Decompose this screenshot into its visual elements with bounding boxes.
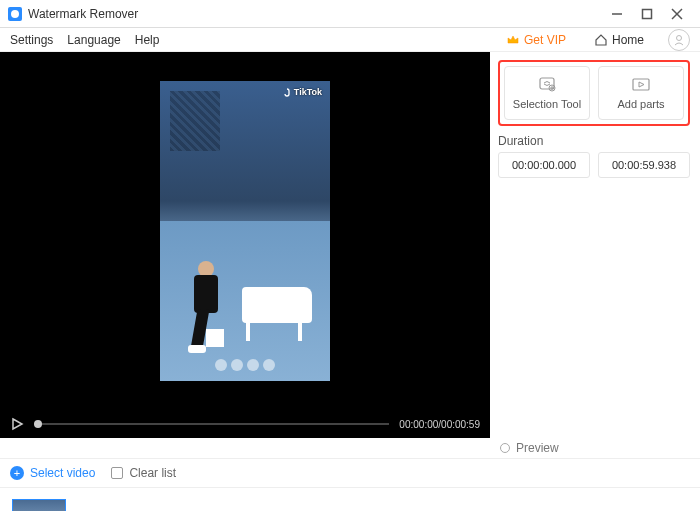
side-panel: Selection Tool Add parts Duration 00:00:… [490, 52, 700, 410]
menu-bar: Settings Language Help Get VIP Home [0, 28, 700, 52]
home-button[interactable]: Home [594, 33, 644, 47]
menu-help[interactable]: Help [135, 33, 160, 47]
select-video-label: Select video [30, 466, 95, 480]
close-button[interactable] [662, 0, 692, 28]
duration-start-input[interactable]: 00:00:00.000 [498, 152, 590, 178]
thumbnail-image [12, 499, 66, 511]
video-preview[interactable]: TikTok [0, 52, 490, 410]
user-avatar[interactable] [668, 29, 690, 51]
maximize-button[interactable] [632, 0, 662, 28]
user-icon [673, 34, 685, 46]
app-title: Watermark Remover [28, 7, 138, 21]
thumbnail-list: downloa... [0, 488, 700, 511]
selection-tool-label: Selection Tool [513, 98, 581, 110]
preview-label: Preview [516, 441, 559, 455]
plus-icon: + [10, 466, 24, 480]
seek-track[interactable] [34, 423, 389, 425]
video-list-toolbar: + Select video Clear list [0, 458, 700, 488]
play-icon [10, 417, 24, 431]
add-parts-button[interactable]: Add parts [598, 66, 684, 120]
svg-point-4 [677, 35, 682, 40]
crown-icon [506, 33, 520, 47]
home-icon [594, 33, 608, 47]
get-vip-button[interactable]: Get VIP [506, 33, 566, 47]
timecode: 00:00:00/00:00:59 [399, 419, 480, 430]
menu-language[interactable]: Language [67, 33, 120, 47]
tools-highlight: Selection Tool Add parts [498, 60, 690, 126]
preview-radio[interactable] [500, 443, 510, 453]
tiktok-watermark: TikTok [283, 87, 322, 97]
select-video-button[interactable]: + Select video [10, 466, 95, 480]
clear-icon [111, 467, 123, 479]
selection-icon [536, 76, 558, 94]
play-bar: 00:00:00/00:00:59 [0, 410, 490, 438]
minimize-button[interactable] [602, 0, 632, 28]
svg-rect-9 [633, 79, 649, 90]
preview-row: Preview [0, 438, 700, 458]
clear-list-button[interactable]: Clear list [111, 466, 176, 480]
clear-list-label: Clear list [129, 466, 176, 480]
home-label: Home [612, 33, 644, 47]
video-frame: TikTok [160, 81, 330, 381]
add-parts-icon [630, 76, 652, 94]
get-vip-label: Get VIP [524, 33, 566, 47]
add-parts-label: Add parts [617, 98, 664, 110]
svg-rect-1 [643, 9, 652, 18]
title-bar: Watermark Remover [0, 0, 700, 28]
menu-settings[interactable]: Settings [10, 33, 53, 47]
app-icon [8, 7, 22, 21]
selection-tool-button[interactable]: Selection Tool [504, 66, 590, 120]
duration-end-input[interactable]: 00:00:59.938 [598, 152, 690, 178]
play-button[interactable] [10, 417, 24, 431]
video-thumbnail[interactable]: downloa... [12, 499, 66, 511]
duration-label: Duration [498, 134, 690, 148]
